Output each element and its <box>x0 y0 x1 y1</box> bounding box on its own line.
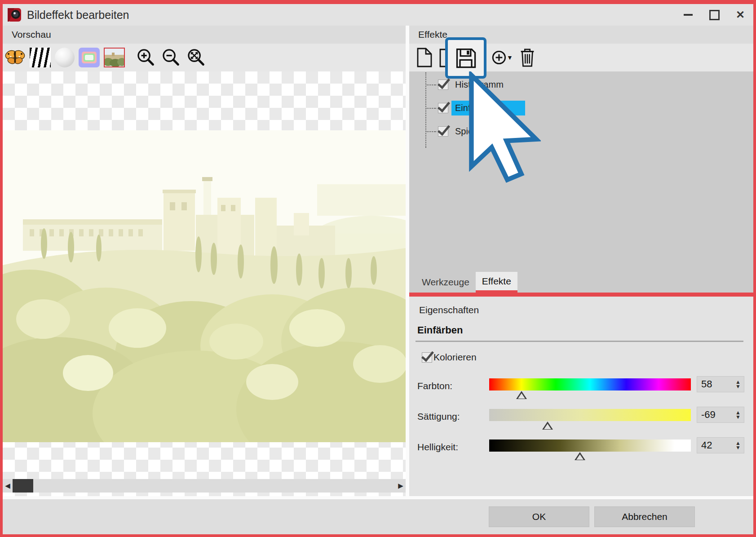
dialog-bildeffekt-bearbeiten: Bildeffekt bearbeiten ✕ Vorschau <box>0 0 756 537</box>
saturation-slider-row: Sättigung: -69 ▲ ▼ <box>415 407 744 423</box>
hue-label: Farbton: <box>415 381 489 392</box>
zoom-fit-icon <box>186 48 206 67</box>
zoom-in-icon <box>136 48 156 67</box>
spin-down-icon[interactable]: ▼ <box>735 415 741 419</box>
properties-panel: Eigenschaften Einfärben Kolorieren Farbt… <box>409 297 753 496</box>
preview-toolbar <box>3 44 406 71</box>
lightness-slider-marker[interactable] <box>575 452 585 460</box>
effect-item-einfaerben[interactable]: Einfärben <box>420 100 753 115</box>
minimize-icon <box>684 14 693 16</box>
lightness-value[interactable]: 42 <box>701 439 712 451</box>
thumbnail-butterfly[interactable] <box>4 48 26 67</box>
colorize-checkbox[interactable] <box>422 352 432 363</box>
effect-checkbox-histogramm[interactable] <box>438 80 448 90</box>
lightness-slider-track[interactable] <box>489 439 691 452</box>
new-document-icon <box>414 47 434 68</box>
hue-value[interactable]: 58 <box>701 378 712 390</box>
tab-effekte[interactable]: Effekte <box>476 272 517 293</box>
saturation-value[interactable]: -69 <box>701 409 716 421</box>
maximize-icon <box>709 10 720 20</box>
hue-spinner[interactable]: ▲ ▼ <box>735 380 744 389</box>
red-divider <box>409 293 753 297</box>
add-dropdown-icon[interactable]: ▼ <box>507 54 513 61</box>
butterfly-icon <box>4 48 26 67</box>
scroll-right-icon[interactable]: ▶ <box>396 482 406 490</box>
preview-header: Vorschau <box>3 26 406 44</box>
effects-list: Histogramm Einfärben Spiegeln <box>409 71 753 272</box>
zoom-in-button[interactable] <box>136 48 156 67</box>
title-bar: Bildeffekt bearbeiten ✕ <box>3 4 753 26</box>
hue-value-spinbox[interactable]: 58 ▲ ▼ <box>697 376 744 392</box>
lightness-slider-row: Helligkeit: 42 ▲ ▼ <box>415 437 744 453</box>
window-title: Bildeffekt bearbeiten <box>27 9 129 22</box>
tab-werkzeuge[interactable]: Werkzeuge <box>416 272 476 293</box>
delete-effect-button[interactable] <box>516 46 539 69</box>
effect-label[interactable]: Spiegeln <box>451 124 494 139</box>
ok-button[interactable]: OK <box>489 506 589 527</box>
colorize-row[interactable]: Kolorieren <box>422 352 744 363</box>
maximize-button[interactable] <box>701 4 727 26</box>
close-icon: ✕ <box>736 9 745 21</box>
thumbnail-landscape-selected[interactable] <box>104 48 125 67</box>
close-button[interactable]: ✕ <box>727 4 753 26</box>
effect-checkbox-einfaerben[interactable] <box>438 103 448 113</box>
saturation-value-spinbox[interactable]: -69 ▲ ▼ <box>697 407 744 423</box>
new-effect-list-button[interactable] <box>413 46 435 69</box>
colorize-label: Kolorieren <box>433 352 477 363</box>
properties-header: Eigenschaften <box>415 301 744 324</box>
preview-panel: Vorschau <box>3 26 406 496</box>
effect-item-spiegeln[interactable]: Spiegeln <box>420 124 753 139</box>
tool-tabs: Werkzeuge Effekte <box>409 272 753 293</box>
horizontal-scrollbar[interactable]: ◀ ▶ <box>3 479 406 493</box>
zoom-fit-button[interactable] <box>186 48 206 67</box>
effect-checkbox-spiegeln[interactable] <box>438 126 448 137</box>
trash-icon <box>518 47 537 68</box>
effect-label-selected[interactable]: Einfärben <box>451 101 525 115</box>
hue-slider-row: Farbton: 58 ▲ ▼ <box>415 376 744 392</box>
spin-down-icon[interactable]: ▼ <box>735 445 741 450</box>
lightness-label: Helligkeit: <box>415 442 489 453</box>
hue-slider-marker[interactable] <box>516 391 527 399</box>
preview-canvas[interactable]: ◀ ▶ <box>3 71 406 496</box>
lightness-spinner[interactable]: ▲ ▼ <box>735 441 744 450</box>
preview-image-alhambra <box>3 130 406 442</box>
panel-separator <box>406 26 409 496</box>
spin-down-icon[interactable]: ▼ <box>735 384 741 389</box>
save-floppy-icon <box>454 46 477 70</box>
dialog-footer: OK Abbrechen <box>3 496 753 534</box>
app-icon <box>7 8 22 22</box>
zoom-out-button[interactable] <box>161 48 181 67</box>
landscape-thumb-icon <box>105 49 124 67</box>
saturation-label: Sättigung: <box>415 411 489 423</box>
effects-toolbar: ▼ <box>409 44 753 71</box>
minimize-button[interactable] <box>675 4 701 26</box>
save-effect-list-button[interactable] <box>445 37 486 79</box>
scrollbar-thumb[interactable] <box>13 479 33 493</box>
effect-item-histogramm[interactable]: Histogramm <box>420 77 753 92</box>
effects-panel: Effekte <box>409 26 753 496</box>
thumbnail-sphere[interactable] <box>55 48 75 67</box>
effect-title: Einfärben <box>416 324 743 342</box>
add-effect-button[interactable]: ▼ <box>487 46 516 69</box>
scroll-left-icon[interactable]: ◀ <box>3 482 13 490</box>
hue-slider-track[interactable] <box>489 378 691 391</box>
lightness-value-spinbox[interactable]: 42 ▲ ▼ <box>697 437 744 453</box>
thumbnail-zebra[interactable] <box>30 48 51 67</box>
thumbnail-frame[interactable] <box>79 48 100 67</box>
effect-label[interactable]: Histogramm <box>451 77 507 92</box>
saturation-slider-marker[interactable] <box>542 422 553 430</box>
zoom-out-icon <box>161 48 181 67</box>
cancel-button[interactable]: Abbrechen <box>594 506 695 527</box>
saturation-slider-track[interactable] <box>489 409 691 421</box>
saturation-spinner[interactable]: ▲ ▼ <box>735 410 744 419</box>
